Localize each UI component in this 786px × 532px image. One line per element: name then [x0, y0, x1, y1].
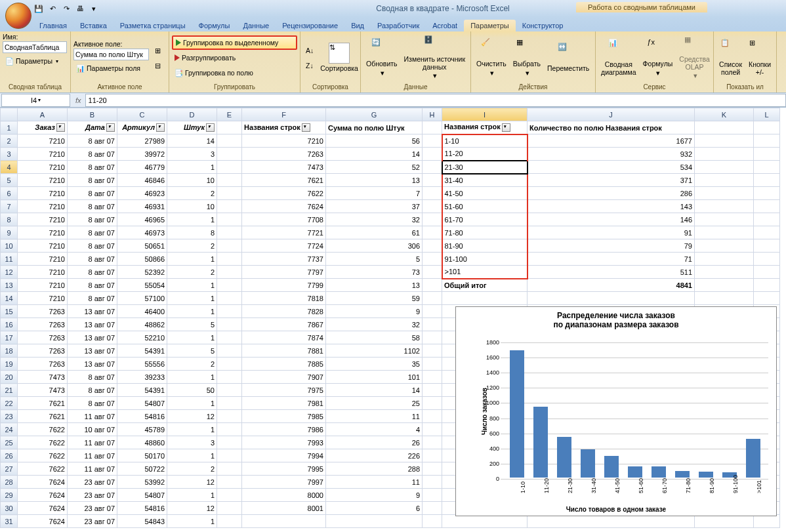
cell[interactable]: 1-10	[442, 134, 527, 148]
cell[interactable]: 7724	[242, 239, 326, 253]
cell[interactable]: 48860	[117, 436, 167, 449]
row-header[interactable]: 17	[1, 331, 18, 344]
cell[interactable]: 7210	[18, 174, 68, 187]
cell[interactable]	[423, 462, 442, 476]
cell[interactable]	[423, 318, 442, 331]
cell[interactable]: 7995	[242, 462, 326, 476]
cell[interactable]: 52	[326, 161, 423, 174]
row-header[interactable]: 28	[1, 476, 18, 489]
cell[interactable]: 7624	[18, 476, 68, 489]
col-header-H[interactable]: H	[423, 108, 442, 121]
cell[interactable]: 71	[527, 253, 695, 266]
row-header[interactable]: 9	[1, 226, 18, 239]
cell[interactable]: 534	[527, 161, 695, 174]
cell[interactable]: 7473	[242, 161, 326, 174]
row-header[interactable]: 2	[1, 134, 18, 148]
cell[interactable]	[423, 161, 442, 174]
cell[interactable]: 7210	[18, 239, 68, 253]
col-header-J[interactable]: J	[527, 108, 695, 121]
cell[interactable]	[217, 423, 242, 436]
cell[interactable]: 25	[326, 397, 423, 410]
cell[interactable]: Артикул	[117, 121, 167, 134]
cell[interactable]: 57100	[117, 292, 167, 305]
cell[interactable]: 7622	[18, 436, 68, 449]
cell[interactable]: 7867	[242, 318, 326, 331]
cell[interactable]	[423, 384, 442, 397]
cell[interactable]	[527, 292, 695, 305]
cell[interactable]: 10 авг 07	[68, 423, 117, 436]
cell[interactable]	[423, 449, 442, 462]
cell[interactable]	[217, 502, 242, 515]
cell[interactable]: 8 авг 07	[68, 279, 117, 292]
cell[interactable]: 32	[326, 213, 423, 226]
cell[interactable]: 7907	[242, 371, 326, 384]
cell[interactable]	[423, 397, 442, 410]
col-header-C[interactable]: C	[117, 108, 167, 121]
cell[interactable]: Общий итог	[442, 279, 527, 292]
cell[interactable]: 1	[167, 331, 217, 344]
cell[interactable]: 1	[167, 449, 217, 462]
cell[interactable]: 4841	[527, 279, 695, 292]
row-header[interactable]: 1	[1, 121, 18, 134]
cell[interactable]: 51-60	[442, 200, 527, 213]
cell[interactable]: 52210	[117, 331, 167, 344]
cell[interactable]: 7210	[18, 226, 68, 239]
row-header[interactable]: 6	[1, 187, 18, 200]
tab-вид[interactable]: Вид	[344, 20, 371, 31]
row-header[interactable]: 19	[1, 358, 18, 371]
row-header[interactable]: 5	[1, 174, 18, 187]
cell[interactable]: 7210	[242, 134, 326, 148]
cell[interactable]	[217, 476, 242, 489]
tab-acrobat[interactable]: Acrobat	[426, 20, 464, 31]
row-header[interactable]: 16	[1, 318, 18, 331]
cell[interactable]: 7263	[242, 148, 326, 161]
clear-button[interactable]: 🧹Очистить▾	[474, 34, 509, 81]
col-header-B[interactable]: B	[68, 108, 117, 121]
tab-параметры[interactable]: Параметры	[464, 20, 516, 31]
cell[interactable]: 79	[527, 239, 695, 253]
cell[interactable]: 10	[167, 174, 217, 187]
row-header[interactable]: 22	[1, 397, 18, 410]
cell[interactable]	[695, 187, 754, 200]
sort-button[interactable]: ⇅Сортировка	[318, 34, 361, 81]
cell[interactable]	[423, 515, 442, 528]
cell[interactable]: 7986	[242, 423, 326, 436]
cell[interactable]: Названия строк	[242, 121, 326, 134]
cell[interactable]: 2	[167, 239, 217, 253]
cell[interactable]: 9	[326, 305, 423, 318]
cell[interactable]: 8 авг 07	[68, 226, 117, 239]
cell[interactable]	[423, 121, 442, 134]
row-header[interactable]: 3	[1, 148, 18, 161]
cell[interactable]: 7622	[242, 187, 326, 200]
cell[interactable]	[217, 239, 242, 253]
group-field-button[interactable]: 📑Группировка по полю	[172, 66, 297, 80]
cell[interactable]: 7210	[18, 187, 68, 200]
cell[interactable]: 371	[527, 174, 695, 187]
cell[interactable]	[217, 358, 242, 371]
cell[interactable]: 50170	[117, 449, 167, 462]
cell[interactable]: 35	[326, 358, 423, 371]
cell[interactable]: 50651	[117, 239, 167, 253]
cell[interactable]: 8 авг 07	[68, 253, 117, 266]
row-header[interactable]: 12	[1, 266, 18, 279]
cell[interactable]	[423, 476, 442, 489]
row-header[interactable]: 15	[1, 305, 18, 318]
cell[interactable]	[423, 200, 442, 213]
cell[interactable]: 14	[326, 384, 423, 397]
cell[interactable]: 1	[167, 292, 217, 305]
tab-разметка страницы[interactable]: Разметка страницы	[114, 20, 192, 31]
cell[interactable]: 7981	[242, 397, 326, 410]
cell[interactable]: 7263	[18, 331, 68, 344]
cell[interactable]	[695, 266, 754, 279]
cell[interactable]: 7624	[242, 200, 326, 213]
cell[interactable]: 8 авг 07	[68, 174, 117, 187]
cell[interactable]: 4	[326, 423, 423, 436]
pt-name-input[interactable]	[3, 41, 67, 53]
cell[interactable]: 8 авг 07	[68, 134, 117, 148]
undo-icon[interactable]: ↶	[47, 3, 58, 14]
cell[interactable]: 32	[326, 318, 423, 331]
cell[interactable]: 46400	[117, 305, 167, 318]
cell[interactable]	[695, 213, 754, 226]
cell[interactable]	[695, 292, 754, 305]
cell[interactable]: 288	[326, 462, 423, 476]
